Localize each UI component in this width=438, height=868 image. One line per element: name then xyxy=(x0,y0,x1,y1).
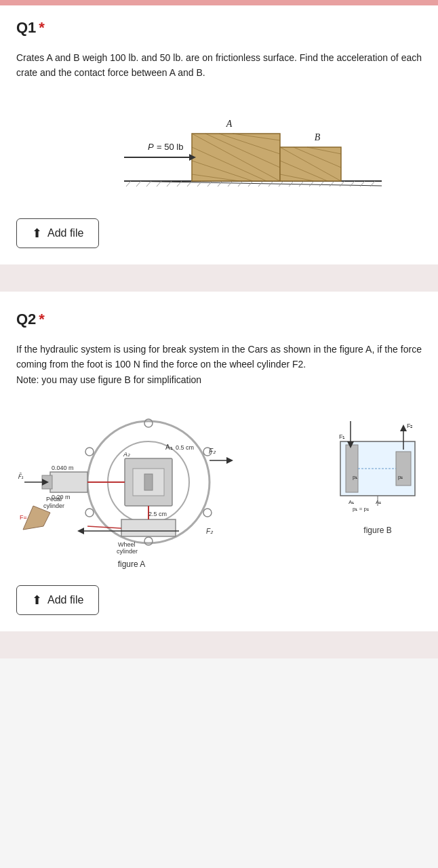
svg-text:p₂: p₂ xyxy=(398,474,403,480)
q2-required: * xyxy=(39,311,45,328)
q2-label: Q2* xyxy=(16,311,422,328)
svg-line-19 xyxy=(299,181,304,186)
svg-rect-87 xyxy=(396,452,411,486)
svg-text:F̄₁: F̄₁ xyxy=(18,473,24,480)
svg-rect-61 xyxy=(121,519,176,536)
svg-text:= 50 lb: = 50 lb xyxy=(157,142,183,152)
svg-marker-93 xyxy=(400,425,407,431)
svg-text:F₂: F₂ xyxy=(209,448,216,455)
svg-marker-77 xyxy=(77,528,84,534)
svg-text:F₂: F₂ xyxy=(206,528,214,535)
svg-line-23 xyxy=(340,181,344,186)
svg-text:0.040 m: 0.040 m xyxy=(52,465,74,471)
svg-text:F₂: F₂ xyxy=(407,422,414,429)
svg-text:A₂: A₂ xyxy=(376,499,381,505)
svg-line-1 xyxy=(124,181,382,186)
svg-line-63 xyxy=(87,526,121,528)
q2-figure-a: A₁ 0.5 cm F̄₁ 0.040 m 0.20 m F= 100 N xyxy=(16,401,247,557)
svg-line-24 xyxy=(350,181,355,186)
q1-q2-divider xyxy=(0,264,438,292)
q1-add-file-label: Add file xyxy=(47,227,83,239)
svg-line-2 xyxy=(126,181,131,186)
svg-text:A₂: A₂ xyxy=(123,451,130,458)
svg-rect-58 xyxy=(50,472,87,492)
svg-line-12 xyxy=(228,181,233,186)
q2-number: Q2 xyxy=(16,311,36,328)
q1-required: * xyxy=(39,19,45,36)
svg-text:F₁: F₁ xyxy=(339,433,346,440)
svg-line-13 xyxy=(238,181,243,186)
q2-text: If the hydraulic system is using for bre… xyxy=(16,342,422,387)
q2-block: Q2* If the hydraulic system is using for… xyxy=(0,292,438,631)
q1-add-file-button[interactable]: ⬆ Add file xyxy=(16,218,99,248)
q2-figure-a-label: figure A xyxy=(118,559,146,569)
svg-text:p₁ = p₂: p₁ = p₂ xyxy=(353,506,369,512)
svg-text:Pedal: Pedal xyxy=(46,496,62,502)
svg-text:A₁: A₁ xyxy=(165,443,173,451)
q1-label: Q1* xyxy=(16,19,422,37)
q1-diagram: A B P = 50 lb xyxy=(56,94,382,199)
svg-line-21 xyxy=(319,181,324,186)
svg-text:A₁: A₁ xyxy=(349,499,354,505)
svg-text:2.5 cm: 2.5 cm xyxy=(148,511,167,517)
svg-text:cylinder: cylinder xyxy=(43,502,64,509)
svg-point-52 xyxy=(85,509,94,517)
svg-line-11 xyxy=(218,181,222,186)
q1-diagram-container: A B P = 50 lb xyxy=(16,94,422,199)
svg-text:0.5 cm: 0.5 cm xyxy=(176,444,194,451)
svg-text:B: B xyxy=(315,132,321,142)
q2-note-text: Note: you may use figure B for simplific… xyxy=(16,374,201,385)
svg-rect-57 xyxy=(144,474,153,490)
svg-marker-74 xyxy=(226,457,233,464)
q2-main-text: If the hydraulic system is using for bre… xyxy=(16,344,422,370)
bottom-divider xyxy=(0,631,438,658)
svg-line-14 xyxy=(248,181,253,186)
q2-figure-b-container: F₁ F₂ p₁ A₁ A₂ p₂ p xyxy=(334,401,422,535)
svg-line-3 xyxy=(136,181,141,186)
q2-figure-b-label: figure B xyxy=(363,526,391,535)
upload-icon: ⬆ xyxy=(32,226,42,241)
q1-block: Q1* Crates A and B weigh 100 lb. and 50 … xyxy=(0,5,438,264)
svg-text:cylinder: cylinder xyxy=(117,548,138,555)
svg-line-22 xyxy=(330,181,334,186)
svg-point-54 xyxy=(203,509,212,517)
svg-line-20 xyxy=(309,181,314,186)
svg-text:A: A xyxy=(226,119,233,129)
q1-number: Q1 xyxy=(16,19,36,36)
q2-add-file-button[interactable]: ⬆ Add file xyxy=(16,585,99,615)
q1-text: Crates A and B weigh 100 lb. and 50 lb. … xyxy=(16,50,422,81)
q2-figure-b: F₁ F₂ p₁ A₁ A₂ p₂ p xyxy=(334,401,422,523)
svg-text:p₁: p₁ xyxy=(353,474,357,480)
top-bar xyxy=(0,0,438,5)
svg-point-51 xyxy=(85,448,94,456)
svg-text:Wheel: Wheel xyxy=(118,541,136,548)
svg-line-9 xyxy=(197,181,202,186)
q2-add-file-label: Add file xyxy=(47,594,83,606)
q2-figures-container: A₁ 0.5 cm F̄₁ 0.040 m 0.20 m F= 100 N xyxy=(16,401,422,569)
svg-line-4 xyxy=(146,181,151,186)
q2-figure-a-container: A₁ 0.5 cm F̄₁ 0.040 m 0.20 m F= 100 N xyxy=(16,401,247,569)
svg-rect-86 xyxy=(346,445,358,492)
upload-icon-q2: ⬆ xyxy=(32,593,42,608)
svg-line-8 xyxy=(187,181,192,186)
svg-line-10 xyxy=(207,181,212,186)
svg-text:P: P xyxy=(148,142,154,152)
